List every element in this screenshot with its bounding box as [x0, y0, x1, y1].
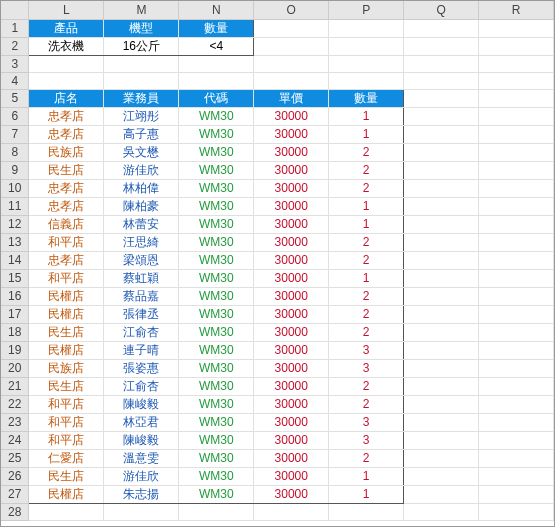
cell-code[interactable]: WM30: [179, 395, 254, 413]
cell-code[interactable]: WM30: [179, 233, 254, 251]
cell[interactable]: [479, 19, 554, 37]
cell-code[interactable]: WM30: [179, 287, 254, 305]
cell-code[interactable]: WM30: [179, 467, 254, 485]
cell-store[interactable]: 民權店: [29, 287, 104, 305]
cell[interactable]: [404, 37, 479, 55]
cell[interactable]: [404, 55, 479, 72]
col-head-N[interactable]: N: [179, 1, 254, 19]
cell-store[interactable]: 和平店: [29, 431, 104, 449]
spreadsheet-grid[interactable]: L M N O P Q R 1產品機型數量2洗衣機16公斤<4345店名業務員代…: [0, 0, 555, 527]
cell-qty[interactable]: 3: [329, 431, 404, 449]
cell-price[interactable]: 30000: [254, 125, 329, 143]
cell[interactable]: [404, 503, 479, 520]
cell[interactable]: [329, 37, 404, 55]
row-head[interactable]: 10: [1, 179, 29, 197]
cell-price[interactable]: 30000: [254, 323, 329, 341]
row-head[interactable]: 2: [1, 37, 29, 55]
table-header-agent[interactable]: 業務員: [104, 89, 179, 107]
cell-agent[interactable]: 林柏偉: [104, 179, 179, 197]
cell-agent[interactable]: 高子惠: [104, 125, 179, 143]
row-head[interactable]: 28: [1, 503, 29, 520]
cell[interactable]: [29, 72, 104, 89]
cell[interactable]: [479, 413, 554, 431]
cell[interactable]: [404, 72, 479, 89]
cell-agent[interactable]: 吳文懋: [104, 143, 179, 161]
cell-store[interactable]: 仁愛店: [29, 449, 104, 467]
cell[interactable]: [404, 215, 479, 233]
cell[interactable]: [404, 197, 479, 215]
cell[interactable]: [479, 215, 554, 233]
cell-code[interactable]: WM30: [179, 431, 254, 449]
cell-qty[interactable]: 2: [329, 251, 404, 269]
cell-price[interactable]: 30000: [254, 449, 329, 467]
criteria-model[interactable]: 16公斤: [104, 37, 179, 55]
row-head[interactable]: 3: [1, 55, 29, 72]
cell[interactable]: [404, 485, 479, 503]
cell[interactable]: [479, 323, 554, 341]
cell[interactable]: [404, 143, 479, 161]
cell[interactable]: [479, 305, 554, 323]
cell-agent[interactable]: 林蕾安: [104, 215, 179, 233]
row-head[interactable]: 12: [1, 215, 29, 233]
cell-store[interactable]: 和平店: [29, 233, 104, 251]
cell-store[interactable]: 民權店: [29, 485, 104, 503]
row-head[interactable]: 16: [1, 287, 29, 305]
cell-store[interactable]: 忠孝店: [29, 251, 104, 269]
cell[interactable]: [404, 161, 479, 179]
cell[interactable]: [404, 323, 479, 341]
cell-store[interactable]: 民生店: [29, 467, 104, 485]
col-head-M[interactable]: M: [104, 1, 179, 19]
cell[interactable]: [179, 72, 254, 89]
cell-store[interactable]: 忠孝店: [29, 197, 104, 215]
cell-agent[interactable]: 朱志揚: [104, 485, 179, 503]
cell[interactable]: [404, 107, 479, 125]
cell[interactable]: [404, 467, 479, 485]
row-head[interactable]: 8: [1, 143, 29, 161]
cell-qty[interactable]: 1: [329, 467, 404, 485]
cell-agent[interactable]: 蔡品嘉: [104, 287, 179, 305]
cell-price[interactable]: 30000: [254, 377, 329, 395]
cell[interactable]: [404, 269, 479, 287]
cell[interactable]: [479, 251, 554, 269]
cell-price[interactable]: 30000: [254, 233, 329, 251]
row-head[interactable]: 6: [1, 107, 29, 125]
cell-agent[interactable]: 汪思綺: [104, 233, 179, 251]
cell-price[interactable]: 30000: [254, 359, 329, 377]
cell-code[interactable]: WM30: [179, 161, 254, 179]
row-head[interactable]: 15: [1, 269, 29, 287]
cell-store[interactable]: 民生店: [29, 377, 104, 395]
cell[interactable]: [404, 125, 479, 143]
cell[interactable]: [479, 377, 554, 395]
row-head[interactable]: 13: [1, 233, 29, 251]
row-head[interactable]: 25: [1, 449, 29, 467]
cell-agent[interactable]: 游佳欣: [104, 161, 179, 179]
cell-agent[interactable]: 游佳欣: [104, 467, 179, 485]
cell[interactable]: [479, 125, 554, 143]
cell-qty[interactable]: 3: [329, 359, 404, 377]
cell-store[interactable]: 和平店: [29, 413, 104, 431]
row-head[interactable]: 26: [1, 467, 29, 485]
cell[interactable]: [404, 359, 479, 377]
cell-code[interactable]: WM30: [179, 125, 254, 143]
cell-code[interactable]: WM30: [179, 197, 254, 215]
col-head-P[interactable]: P: [329, 1, 404, 19]
row-head[interactable]: 21: [1, 377, 29, 395]
cell[interactable]: [329, 19, 404, 37]
criteria-header-product[interactable]: 產品: [29, 19, 104, 37]
criteria-header-qty[interactable]: 數量: [179, 19, 254, 37]
cell-price[interactable]: 30000: [254, 413, 329, 431]
cell[interactable]: [329, 503, 404, 520]
cell-qty[interactable]: 2: [329, 143, 404, 161]
cell[interactable]: [404, 395, 479, 413]
row-head[interactable]: 7: [1, 125, 29, 143]
cell-store[interactable]: 民族店: [29, 359, 104, 377]
cell-qty[interactable]: 1: [329, 215, 404, 233]
cell-price[interactable]: 30000: [254, 179, 329, 197]
cell-qty[interactable]: 3: [329, 341, 404, 359]
cell-price[interactable]: 30000: [254, 161, 329, 179]
cell-code[interactable]: WM30: [179, 485, 254, 503]
cell[interactable]: [479, 55, 554, 72]
criteria-qty[interactable]: <4: [179, 37, 254, 55]
cell[interactable]: [479, 287, 554, 305]
cell-qty[interactable]: 2: [329, 287, 404, 305]
